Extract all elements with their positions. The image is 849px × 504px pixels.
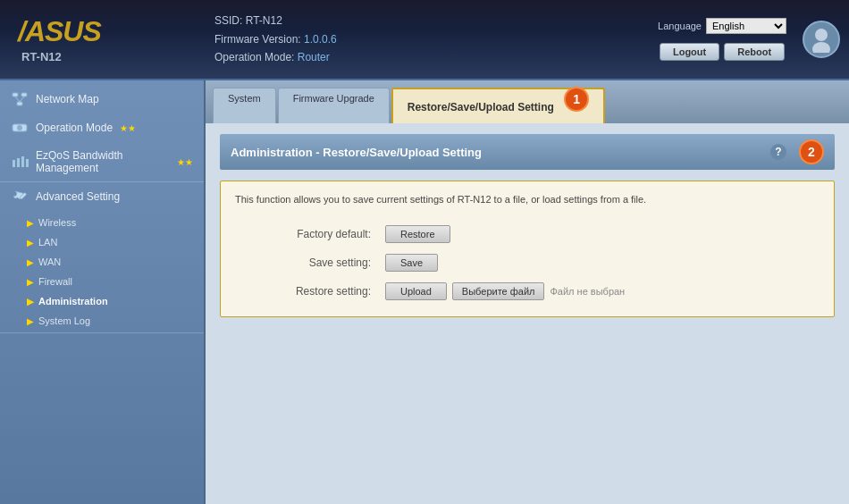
save-setting-label: Save setting: [235, 248, 378, 277]
restore-setting-row: Restore setting: Upload Выберите файл Фа… [235, 277, 820, 306]
asus-logo: /ASUS [18, 15, 101, 48]
svg-rect-11 [21, 156, 24, 167]
ssid-label: SSID: [214, 14, 242, 27]
svg-rect-3 [21, 93, 27, 97]
network-map-label: Network Map [36, 93, 99, 105]
factory-default-action: Restore [378, 220, 820, 248]
language-select[interactable]: English [706, 18, 786, 34]
operation-mode-icon [11, 121, 29, 135]
svg-rect-12 [26, 159, 29, 167]
sidebar-item-system-log[interactable]: ▶ System Log [0, 311, 204, 331]
arrow-icon: ▶ [27, 257, 34, 267]
opmode-link[interactable]: Router [298, 51, 330, 63]
page-body: Administration - Restore/Save/Upload Set… [206, 123, 849, 328]
system-log-label: System Log [38, 315, 90, 326]
star2-icon: ★★ [177, 157, 193, 167]
save-setting-row: Save setting: Save [235, 248, 820, 277]
sidebar-item-administration[interactable]: ▶ Administration [0, 291, 204, 311]
arrow-icon: ▶ [27, 277, 34, 287]
firmware-label: Firmware Version: [214, 33, 301, 46]
network-map-icon [11, 92, 29, 106]
arrow-active-icon: ▶ [27, 297, 34, 307]
svg-point-8 [17, 125, 22, 130]
sidebar-item-ezqos[interactable]: EzQoS Bandwidth Management ★★ [0, 142, 204, 181]
tab-restore-save[interactable]: Restore/Save/Upload Setting 1 [391, 88, 605, 123]
svg-rect-2 [13, 93, 18, 97]
firmware-link[interactable]: 1.0.0.6 [304, 33, 337, 46]
lang-area: Language English [658, 18, 786, 34]
save-button[interactable]: Save [385, 254, 438, 272]
header-info: SSID: RT-N12 Firmware Version: 1.0.0.6 O… [188, 12, 658, 66]
sidebar-section-advanced: Advanced Setting ▶ Wireless ▶ LAN ▶ WAN … [0, 182, 204, 333]
restore-setting-label: Restore setting: [235, 277, 378, 306]
logo-area: /ASUS RT-N12 [9, 15, 188, 63]
star-icon: ★★ [120, 123, 136, 133]
settings-box: This function allows you to save current… [220, 181, 835, 317]
sidebar-item-firewall[interactable]: ▶ Firewall [0, 272, 204, 291]
file-input-area: Upload Выберите файл Файл не выбран [385, 282, 812, 300]
badge-2: 2 [799, 139, 824, 164]
language-label: Language [658, 21, 702, 31]
header-right: Language English Logout Reboot [658, 18, 786, 61]
content: System Firmware Upgrade Restore/Save/Upl… [206, 80, 849, 504]
svg-line-6 [20, 97, 24, 102]
sidebar-item-wan[interactable]: ▶ WAN [0, 252, 204, 272]
arrow-icon: ▶ [27, 316, 34, 326]
model-name: RT-N12 [18, 50, 62, 63]
opmode-row: Operation Mode: Router [214, 48, 658, 66]
tab-bar: System Firmware Upgrade Restore/Save/Upl… [206, 80, 849, 123]
save-setting-action: Save [378, 248, 820, 277]
description-text: This function allows you to save current… [235, 192, 820, 207]
restore-setting-action: Upload Выберите файл Файл не выбран [378, 277, 820, 306]
arrow-icon: ▶ [27, 218, 34, 228]
firmware-row: Firmware Version: 1.0.0.6 [214, 30, 658, 48]
svg-point-1 [812, 42, 830, 53]
header-buttons: Logout Reboot [660, 43, 785, 61]
ssid-row: SSID: RT-N12 [214, 12, 658, 29]
factory-default-label: Factory default: [235, 220, 378, 248]
bandwidth-icon [11, 155, 29, 169]
section-title: Administration - Restore/Save/Upload Set… [220, 134, 835, 170]
lan-label: LAN [38, 237, 57, 248]
sidebar: Network Map Operation Mode ★★ [0, 80, 206, 504]
wrench-icon [11, 189, 29, 204]
reboot-button[interactable]: Reboot [724, 43, 785, 61]
sidebar-item-operation-mode[interactable]: Operation Mode ★★ [0, 113, 204, 142]
main: Network Map Operation Mode ★★ [0, 80, 849, 504]
svg-line-5 [15, 97, 20, 102]
svg-point-0 [815, 29, 828, 41]
tab-system[interactable]: System [213, 88, 276, 123]
ezqos-label: EzQoS Bandwidth Management [36, 149, 170, 174]
sidebar-item-wireless[interactable]: ▶ Wireless [0, 213, 204, 232]
restore-button[interactable]: Restore [385, 225, 450, 243]
sidebar-section-main: Network Map Operation Mode ★★ [0, 85, 204, 182]
badge-1: 1 [564, 87, 589, 112]
sidebar-sub-menu: ▶ Wireless ▶ LAN ▶ WAN ▶ Firewall ▶ Ad [0, 211, 204, 332]
wireless-label: Wireless [38, 217, 76, 228]
svg-rect-4 [17, 102, 22, 105]
logout-button[interactable]: Logout [660, 43, 719, 61]
opmode-label: Operation Mode: [214, 51, 294, 63]
help-icon[interactable]: ? [770, 144, 786, 160]
wan-label: WAN [38, 256, 61, 267]
section-title-text: Administration - Restore/Save/Upload Set… [231, 146, 482, 159]
no-file-text: Файл не выбран [550, 286, 625, 297]
factory-default-row: Factory default: Restore [235, 220, 820, 248]
sidebar-item-advanced[interactable]: Advanced Setting [0, 182, 204, 211]
upload-button[interactable]: Upload [385, 282, 447, 300]
sidebar-item-network-map[interactable]: Network Map [0, 85, 204, 113]
sidebar-item-lan[interactable]: ▶ LAN [0, 232, 204, 252]
settings-table: Factory default: Restore Save setting: S… [235, 220, 820, 306]
arrow-icon: ▶ [27, 238, 34, 248]
svg-rect-9 [13, 160, 15, 167]
ssid-value: RT-N12 [246, 14, 282, 27]
tab-firmware-upgrade[interactable]: Firmware Upgrade [278, 88, 390, 123]
svg-rect-10 [17, 158, 20, 167]
firewall-label: Firewall [38, 276, 72, 287]
tab-restore-label: Restore/Save/Upload Setting [408, 101, 554, 113]
administration-label: Administration [38, 296, 108, 307]
operation-mode-label: Operation Mode [36, 122, 113, 134]
avatar [803, 21, 840, 58]
choose-file-button[interactable]: Выберите файл [452, 282, 545, 300]
advanced-label: Advanced Setting [36, 190, 120, 203]
